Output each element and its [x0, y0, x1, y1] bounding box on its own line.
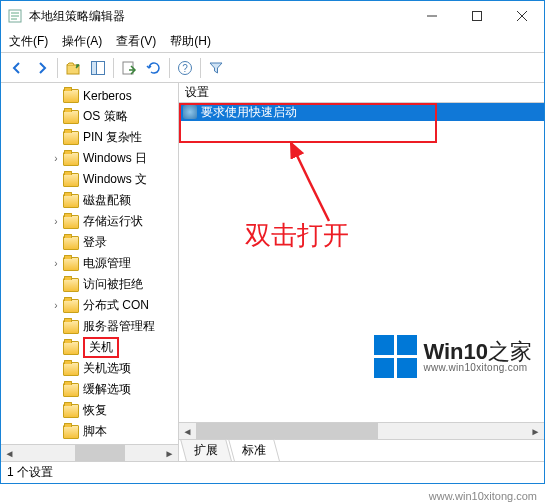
- minimize-button[interactable]: [409, 1, 454, 31]
- tree-hscroll[interactable]: ◄ ►: [1, 444, 178, 461]
- tree-view[interactable]: KerberosOS 策略PIN 复杂性›Windows 日Windows 文磁…: [1, 83, 178, 461]
- svg-rect-4: [92, 61, 97, 74]
- expand-icon[interactable]: ›: [51, 258, 61, 269]
- back-button[interactable]: [5, 56, 29, 80]
- tree-item[interactable]: OS 策略: [1, 106, 178, 127]
- tree-item-label: 登录: [83, 234, 107, 251]
- folder-icon: [63, 383, 79, 397]
- tree-item-label: Windows 文: [83, 171, 147, 188]
- menu-view[interactable]: 查看(V): [116, 33, 156, 50]
- scroll-left-icon[interactable]: ◄: [179, 423, 196, 440]
- scroll-right-icon[interactable]: ►: [527, 423, 544, 440]
- svg-text:?: ?: [182, 63, 188, 74]
- titlebar: 本地组策略编辑器: [1, 1, 544, 31]
- watermark-url: www.win10xitong.com: [423, 363, 532, 373]
- menu-file[interactable]: 文件(F): [9, 33, 48, 50]
- settings-list[interactable]: 要求使用快速启动 双击打开 Win10之家 www.win10xitong.co…: [179, 103, 544, 422]
- tree-item-label: 缓解选项: [83, 381, 131, 398]
- list-item[interactable]: 要求使用快速启动: [179, 103, 544, 121]
- tree-item[interactable]: 缓解选项: [1, 379, 178, 400]
- statusbar: 1 个设置: [1, 461, 544, 483]
- scroll-left-icon[interactable]: ◄: [1, 445, 18, 462]
- export-button[interactable]: [117, 56, 141, 80]
- folder-icon: [63, 89, 79, 103]
- tree-item-label: 服务器管理程: [83, 318, 155, 335]
- tree-item[interactable]: ›Windows 日: [1, 148, 178, 169]
- folder-icon: [63, 236, 79, 250]
- app-window: 本地组策略编辑器 文件(F) 操作(A) 查看(V) 帮助(H) ? Kerbe…: [0, 0, 545, 484]
- show-hide-tree-button[interactable]: [86, 56, 110, 80]
- tree-item[interactable]: 登录: [1, 232, 178, 253]
- tree-item[interactable]: 服务器管理程: [1, 316, 178, 337]
- menu-action[interactable]: 操作(A): [62, 33, 102, 50]
- tree-item-label: 磁盘配额: [83, 192, 131, 209]
- watermark-brand-right: 之家: [488, 339, 532, 364]
- windows-logo-icon: [374, 335, 417, 378]
- tree-item[interactable]: 恢复: [1, 400, 178, 421]
- content-hscroll[interactable]: ◄ ►: [179, 422, 544, 439]
- tree-item-label: OS 策略: [83, 108, 128, 125]
- toolbar: ?: [1, 53, 544, 83]
- tree-item-label: 脚本: [83, 423, 107, 440]
- tree-item[interactable]: 访问被拒绝: [1, 274, 178, 295]
- list-item-label: 要求使用快速启动: [201, 104, 297, 121]
- column-header-label: 设置: [185, 84, 209, 101]
- tree-item-label: 恢复: [83, 402, 107, 419]
- policy-icon: [183, 105, 197, 119]
- column-header-setting[interactable]: 设置: [179, 83, 544, 103]
- menubar: 文件(F) 操作(A) 查看(V) 帮助(H): [1, 31, 544, 53]
- tab-standard[interactable]: 标准: [228, 439, 280, 461]
- window-title: 本地组策略编辑器: [29, 8, 409, 25]
- scroll-right-icon[interactable]: ►: [161, 445, 178, 462]
- refresh-button[interactable]: [142, 56, 166, 80]
- filter-button[interactable]: [204, 56, 228, 80]
- tree-item-label: 分布式 CON: [83, 297, 149, 314]
- expand-icon[interactable]: ›: [51, 300, 61, 311]
- tree-item[interactable]: 脚本: [1, 421, 178, 442]
- tree-item-label: PIN 复杂性: [83, 129, 142, 146]
- tree-item[interactable]: PIN 复杂性: [1, 127, 178, 148]
- tree-item[interactable]: ›分布式 CON: [1, 295, 178, 316]
- maximize-button[interactable]: [454, 1, 499, 31]
- content-panel: 设置 要求使用快速启动 双击打开 Win10之家 www.win10xitong…: [179, 83, 544, 461]
- tree-panel: KerberosOS 策略PIN 复杂性›Windows 日Windows 文磁…: [1, 83, 179, 461]
- annotation-text: 双击打开: [245, 218, 349, 253]
- folder-icon: [63, 362, 79, 376]
- footer-url: www.win10xitong.com: [429, 490, 537, 502]
- app-icon: [7, 8, 23, 24]
- tree-item-label: 电源管理: [83, 255, 131, 272]
- svg-rect-5: [123, 62, 133, 74]
- tree-item[interactable]: 磁盘配额: [1, 190, 178, 211]
- tree-item-label: 存储运行状: [83, 213, 143, 230]
- watermark: Win10之家 www.win10xitong.com: [374, 335, 532, 378]
- help-button[interactable]: ?: [173, 56, 197, 80]
- folder-icon: [63, 341, 79, 355]
- folder-icon: [63, 152, 79, 166]
- folder-icon: [63, 425, 79, 439]
- main-area: KerberosOS 策略PIN 复杂性›Windows 日Windows 文磁…: [1, 83, 544, 461]
- expand-icon[interactable]: ›: [51, 153, 61, 164]
- tree-item[interactable]: ›电源管理: [1, 253, 178, 274]
- tab-extended[interactable]: 扩展: [180, 439, 232, 461]
- up-button[interactable]: [61, 56, 85, 80]
- tree-item[interactable]: 关机: [1, 337, 178, 358]
- tree-item-label: Kerberos: [83, 89, 132, 103]
- tree-item-label: 关机: [83, 337, 119, 358]
- tree-item[interactable]: Windows 文: [1, 169, 178, 190]
- folder-icon: [63, 215, 79, 229]
- tree-item[interactable]: 关机选项: [1, 358, 178, 379]
- forward-button[interactable]: [30, 56, 54, 80]
- watermark-brand-left: Win10: [423, 339, 488, 364]
- tree-item-label: Windows 日: [83, 150, 147, 167]
- expand-icon[interactable]: ›: [51, 216, 61, 227]
- folder-icon: [63, 299, 79, 313]
- folder-icon: [63, 110, 79, 124]
- close-button[interactable]: [499, 1, 544, 31]
- folder-icon: [63, 131, 79, 145]
- window-controls: [409, 1, 544, 31]
- folder-icon: [63, 173, 79, 187]
- status-text: 1 个设置: [7, 464, 53, 481]
- tree-item[interactable]: ›存储运行状: [1, 211, 178, 232]
- menu-help[interactable]: 帮助(H): [170, 33, 211, 50]
- tree-item[interactable]: Kerberos: [1, 85, 178, 106]
